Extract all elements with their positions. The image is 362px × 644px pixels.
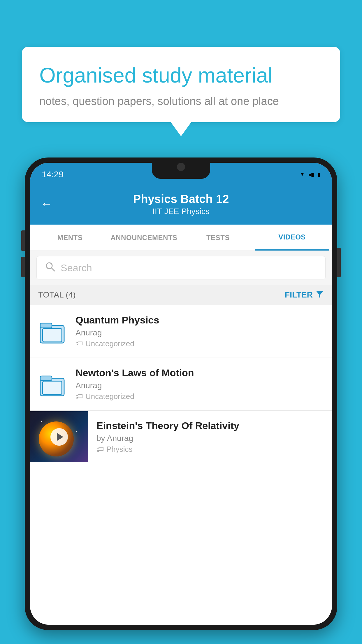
bubble-title: Organised study material <box>39 63 323 88</box>
play-icon <box>57 433 63 441</box>
svg-rect-5 <box>43 328 62 342</box>
video-tag: 🏷 Physics <box>96 445 324 454</box>
svg-marker-2 <box>316 291 323 298</box>
search-input[interactable]: Search <box>61 262 92 274</box>
filter-row: TOTAL (4) FILTER <box>30 285 332 305</box>
status-icons: ▼ ◀▮ ▮ <box>300 172 320 177</box>
list-item[interactable]: Quantum Physics Anurag 🏷 Uncategorized <box>30 305 332 358</box>
tab-videos[interactable]: VIDEOS <box>255 225 329 251</box>
tab-tests[interactable]: TESTS <box>181 225 255 251</box>
phone-screen: 14:29 ▼ ◀▮ ▮ ← Physics Batch 12 IIT JEE … <box>30 163 332 625</box>
search-section: Search <box>30 251 332 285</box>
header-title: Physics Batch 12 <box>133 192 229 206</box>
header-subtitle: IIT JEE Physics <box>152 207 210 216</box>
video-tag: 🏷 Uncategorized <box>75 392 324 401</box>
video-author: by Anurag <box>96 434 324 443</box>
folder-icon <box>38 317 67 346</box>
battery-icon: ▮ <box>318 172 320 177</box>
svg-rect-8 <box>43 381 62 395</box>
svg-rect-4 <box>40 323 52 328</box>
video-author: Anurag <box>75 381 324 390</box>
signal-icon: ◀▮ <box>308 172 314 177</box>
tag-icon: 🏷 <box>75 392 83 401</box>
tag-icon: 🏷 <box>75 339 83 348</box>
phone-wrapper: 14:29 ▼ ◀▮ ▮ ← Physics Batch 12 IIT JEE … <box>25 158 337 644</box>
svg-line-1 <box>52 268 55 271</box>
play-button[interactable] <box>50 428 68 446</box>
app-header: ← Physics Batch 12 IIT JEE Physics <box>30 184 332 225</box>
power-button[interactable] <box>337 248 341 277</box>
search-icon <box>45 261 55 274</box>
filter-icon <box>316 290 324 300</box>
video-tag: 🏷 Uncategorized <box>75 339 324 348</box>
tag-icon: 🏷 <box>96 445 104 454</box>
status-time: 14:29 <box>42 169 64 179</box>
video-thumbnail <box>30 411 88 462</box>
tab-ments[interactable]: MENTS <box>33 225 107 251</box>
back-button[interactable]: ← <box>40 197 52 211</box>
wifi-icon: ▼ <box>300 172 305 177</box>
filter-button[interactable]: FILTER <box>285 290 324 300</box>
vol-down-button[interactable] <box>21 257 25 277</box>
video-title: Quantum Physics <box>75 314 324 326</box>
phone-outer: 14:29 ▼ ◀▮ ▮ ← Physics Batch 12 IIT JEE … <box>25 158 337 630</box>
video-author: Anurag <box>75 328 324 337</box>
video-title: Newton's Laws of Motion <box>75 367 324 379</box>
phone-camera <box>177 163 185 171</box>
filter-label: FILTER <box>285 290 313 300</box>
vol-up-button[interactable] <box>21 230 25 251</box>
video-info: Newton's Laws of Motion Anurag 🏷 Uncateg… <box>75 367 324 401</box>
folder-icon <box>38 370 67 399</box>
video-info: Einstein's Theory Of Relativity by Anura… <box>88 412 324 462</box>
video-info: Quantum Physics Anurag 🏷 Uncategorized <box>75 314 324 348</box>
list-item[interactable]: Einstein's Theory Of Relativity by Anura… <box>30 411 332 463</box>
tab-announcements[interactable]: ANNOUNCEMENTS <box>107 225 181 251</box>
speech-bubble: Organised study material notes, question… <box>22 47 340 122</box>
total-count: TOTAL (4) <box>38 290 76 300</box>
tabs-bar: MENTS ANNOUNCEMENTS TESTS VIDEOS <box>30 225 332 251</box>
bubble-subtitle: notes, question papers, solutions all at… <box>39 95 323 108</box>
video-title: Einstein's Theory Of Relativity <box>96 420 324 431</box>
list-item[interactable]: Newton's Laws of Motion Anurag 🏷 Uncateg… <box>30 358 332 411</box>
svg-rect-7 <box>40 376 52 381</box>
video-list: Quantum Physics Anurag 🏷 Uncategorized <box>30 305 332 463</box>
search-input-wrap[interactable]: Search <box>36 256 326 279</box>
